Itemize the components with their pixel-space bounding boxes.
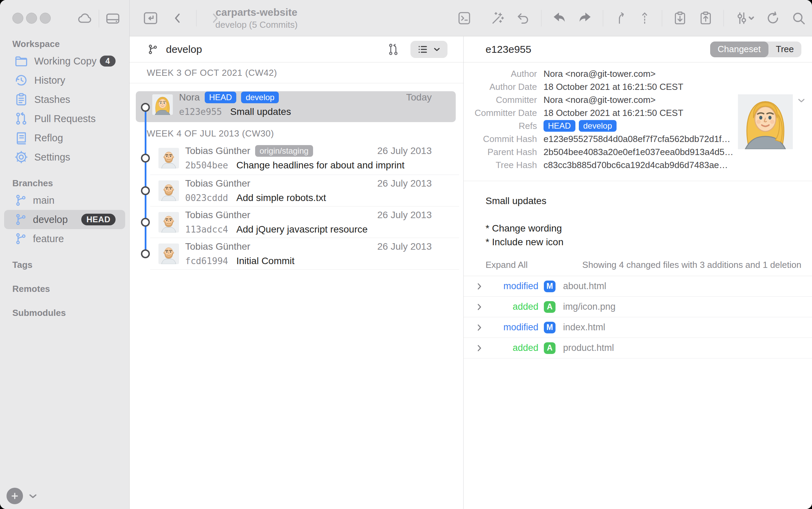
magic-wand-icon[interactable] — [490, 10, 505, 26]
commit-avatar — [158, 180, 179, 201]
sidebar-item-working-copy[interactable]: Working Copy4 — [4, 51, 125, 71]
sidebar-item-stashes[interactable]: Stashes — [4, 90, 125, 109]
disclosure-chevron-icon[interactable] — [475, 282, 484, 291]
commit-row-content: Tobias Günther26 July 20130023cdddAdd si… — [158, 177, 463, 204]
chevron-down-icon — [432, 45, 441, 54]
changed-files-summary: Showing 4 changed files with 3 additions… — [582, 260, 801, 270]
repository-subtitle: develop (5 Commits) — [215, 20, 298, 30]
commit-hash: 113adcc4 — [185, 224, 228, 235]
meta-row: AuthorNora <nora@git-tower.com> — [464, 67, 812, 80]
head-badge: HEAD — [81, 214, 116, 225]
sidebar-item-reflog[interactable]: Reflog — [4, 128, 125, 147]
sidebar-branch-develop[interactable]: developHEAD — [4, 210, 125, 229]
commit-line2: e123e955Small updates — [179, 106, 432, 118]
commit-date: 26 July 2013 — [377, 177, 432, 190]
commit-subject: Change headlines for about and imprint — [236, 160, 404, 171]
undo-filled-icon[interactable] — [551, 10, 567, 26]
add-repository-button[interactable] — [7, 488, 23, 504]
row-separator — [150, 269, 459, 270]
meta-value: c83cc3b885d70bc6ca192d4cab9d6d7483ae… — [544, 160, 728, 170]
commit-author: Nora — [179, 92, 200, 103]
view-options-button[interactable] — [410, 41, 447, 58]
search-icon[interactable] — [791, 10, 807, 26]
commit-row[interactable]: NoraHEADdevelopTodaye123e955Small update… — [130, 83, 463, 126]
minimize-button[interactable] — [26, 13, 37, 24]
changed-file-row[interactable]: addedAproduct.html — [464, 338, 812, 358]
sidebar-sections: Workspace Working Copy4HistoryStashesPul… — [0, 36, 129, 509]
toolbar: carparts-website develop (5 Commits) — [130, 0, 812, 36]
changed-file-row[interactable]: modifiedMindex.html — [464, 317, 812, 338]
disclosure-chevron-icon[interactable] — [475, 343, 484, 353]
sidebar-branch-feature[interactable]: feature — [4, 229, 125, 248]
drive-icon[interactable] — [104, 10, 122, 27]
sidebar-item-label: Pull Requests — [34, 113, 96, 125]
chevron-down-icon[interactable] — [796, 95, 807, 106]
branch-label: develop — [33, 214, 68, 225]
branch-icon — [147, 44, 158, 55]
commit-subject: Small updates — [230, 106, 291, 117]
meta-label: Parent Hash — [464, 147, 537, 157]
commit-list-header: develop — [130, 36, 463, 62]
week-section-header: WEEK 3 OF OCT 2021 (CW42) — [130, 62, 463, 83]
commit-row[interactable]: Tobias Günther26 July 20130023cdddAdd si… — [130, 175, 463, 206]
refs-badges: HEADdevelop — [544, 120, 617, 132]
zoom-button[interactable] — [40, 13, 51, 24]
undo-outline-icon[interactable] — [515, 10, 531, 26]
folder-icon — [14, 54, 29, 69]
file-name: product.html — [563, 343, 614, 353]
expand-all-button[interactable]: Expand All — [486, 260, 528, 270]
chevron-down-icon[interactable] — [27, 490, 39, 502]
back-chevron-icon[interactable] — [171, 11, 184, 25]
tab-tree[interactable]: Tree — [768, 42, 802, 57]
ref-badge-HEAD: HEAD — [205, 92, 237, 103]
commit-message-line: * Include new icon — [486, 235, 812, 249]
cloud-icon[interactable] — [76, 10, 94, 27]
disclosure-chevron-icon[interactable] — [475, 323, 484, 332]
author-avatar — [738, 94, 793, 149]
stash-save-icon[interactable] — [698, 10, 714, 26]
repository-title: carparts-website — [216, 7, 297, 18]
sidebar-item-settings[interactable]: Settings — [4, 147, 125, 167]
reflog-icon — [14, 130, 29, 145]
close-button[interactable] — [12, 13, 23, 24]
app-window: Workspace Working Copy4HistoryStashesPul… — [0, 0, 812, 509]
ref-badge-HEAD: HEAD — [544, 120, 575, 132]
redo-filled-icon[interactable] — [577, 10, 593, 26]
refresh-icon[interactable] — [765, 10, 781, 26]
stash-apply-icon[interactable] — [672, 10, 688, 26]
file-status-badge: M — [544, 322, 556, 333]
meta-label: Author Date — [464, 82, 537, 92]
sidebar-branch-main[interactable]: main — [4, 191, 125, 210]
view-filters-icon[interactable] — [734, 10, 755, 26]
commit-row[interactable]: Tobias Güntherorigin/staging26 July 2013… — [130, 141, 463, 175]
commit-row[interactable]: Tobias Günther26 July 2013113adcc4Add jQ… — [130, 206, 463, 238]
commit-meta: NoraHEADdevelopTodaye123e955Small update… — [179, 91, 463, 118]
commit-row[interactable]: Tobias Günther26 July 2013fcd61994Initia… — [130, 238, 463, 270]
sidebar-item-history[interactable]: History — [4, 71, 125, 90]
sidebar-item-label: Stashes — [34, 94, 70, 105]
terminal-icon[interactable] — [456, 10, 472, 26]
commit-hash: 0023cddd — [185, 193, 228, 203]
changed-file-row[interactable]: modifiedMabout.html — [464, 276, 812, 297]
meta-value: 2b504bee4083a20e0ef1e037eea0bd913a4d5… — [544, 147, 733, 157]
item-count-badge: 4 — [100, 56, 116, 67]
current-branch-label: develop — [166, 44, 202, 55]
sidebar-item-label: Working Copy — [34, 56, 97, 67]
meta-value: Nora <nora@git-tower.com> — [544, 69, 656, 79]
commit-author: Tobias Günther — [185, 145, 250, 156]
commit-hash: 2b504bee — [185, 160, 228, 170]
tab-changeset[interactable]: Changeset — [710, 42, 768, 57]
commit-hash: fcd61994 — [185, 256, 228, 266]
changed-file-row[interactable]: addedAimg/icon.png — [464, 297, 812, 317]
commit-message-line: Small updates — [486, 194, 812, 208]
open-working-copy-icon[interactable] — [142, 10, 159, 27]
sidebar-item-label: History — [34, 75, 65, 86]
compare-branches-icon[interactable] — [386, 43, 400, 56]
merge-branch-icon[interactable] — [613, 11, 628, 25]
cherry-pick-icon[interactable] — [637, 11, 652, 25]
sidebar-item-pull-requests[interactable]: Pull Requests — [4, 109, 125, 128]
disclosure-chevron-icon[interactable] — [475, 302, 484, 312]
remotes-section-header: Remotes — [12, 281, 129, 296]
toolbar-separator — [724, 10, 724, 26]
commit-meta: Tobias Günther26 July 2013113adcc4Add jQ… — [185, 209, 463, 236]
